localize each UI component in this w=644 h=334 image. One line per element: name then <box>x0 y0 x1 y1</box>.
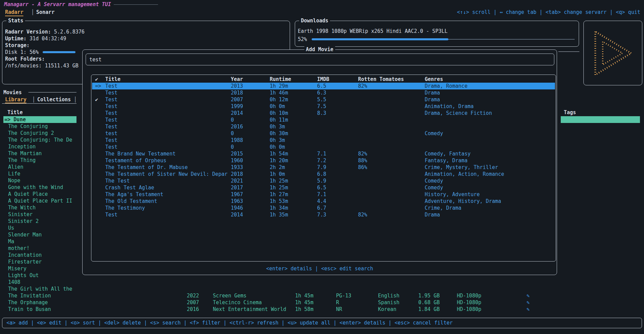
movie-title: Us <box>8 225 14 231</box>
result-runtime: 0h 30m <box>270 130 288 137</box>
result-row[interactable]: Test00h 11m <box>92 117 555 123</box>
result-runtime: 1h 54m <box>270 150 288 157</box>
result-row[interactable]: test00h 30mComedy <box>92 130 555 137</box>
movie-title: Ma <box>8 238 14 245</box>
result-title: The Aga's Testament <box>105 191 163 198</box>
result-genres: Crime, Mystery, Thriller <box>425 164 498 171</box>
result-row[interactable]: Test19990h 0m7.5Animation, Drama <box>92 103 555 110</box>
result-year: 2021 <box>231 178 243 184</box>
result-genres: Drama, Romance <box>425 83 467 89</box>
movie-title: Firestarter <box>8 258 42 265</box>
add-movie-results-table: ✔ Title Year Runtime IMDB Rotten Tomatoe… <box>91 75 556 262</box>
movie-title: Inception <box>8 143 36 150</box>
result-title: Test <box>105 89 117 96</box>
result-rt: 82% <box>358 83 367 89</box>
result-row[interactable]: The Test20211h 25m5.9Comedy <box>92 178 555 184</box>
movie-title: 1408 <box>8 279 20 286</box>
result-rt: 86% <box>358 164 367 171</box>
result-title: Test <box>105 83 117 89</box>
movie-title: Nope <box>8 177 20 184</box>
movie-title: Sinister <box>8 211 32 218</box>
result-row[interactable]: ✔Test20070h 12m5.5Drama <box>92 96 555 103</box>
result-runtime: 1h 29m <box>270 83 288 89</box>
movie-title: Slender Man <box>8 231 42 238</box>
result-imdb: 7.2 <box>317 157 326 164</box>
result-year: 1999 <box>231 103 243 110</box>
result-row[interactable]: Test19880h 3m <box>92 137 555 144</box>
result-genres: Comedy <box>425 130 443 137</box>
result-imdb: 5.5 <box>317 96 326 103</box>
result-imdb: 6.3 <box>317 89 326 96</box>
result-row[interactable]: Test20160h 3m <box>92 123 555 130</box>
result-imdb: 7.1 <box>317 191 326 198</box>
result-row[interactable]: Test20181h 46m6.3Drama <box>92 89 555 96</box>
selected-row-marker: => <box>95 83 101 89</box>
add-movie-search-input[interactable] <box>86 57 554 63</box>
result-row[interactable]: The Old Testament19631h 53m4.4Adventure,… <box>92 198 555 205</box>
result-row[interactable]: The Testament of Dr. Mabuse19332h 2m7.98… <box>92 164 555 171</box>
result-rt: 82% <box>358 150 367 157</box>
result-runtime: 0h 11m <box>270 117 288 123</box>
movie-year: 2007 <box>187 299 199 306</box>
add-movie-search-box <box>86 54 554 65</box>
result-row[interactable]: Test20141h 35m7.382%Drama <box>92 211 555 218</box>
result-row[interactable]: The Testament of Sister New Devil: Depar… <box>92 171 555 178</box>
result-runtime: 0h 10m <box>270 110 288 117</box>
movie-row[interactable]: 1408 <box>0 279 644 286</box>
result-genres: Drama <box>425 211 440 218</box>
movie-size: 0.68 GB <box>418 299 440 306</box>
result-row[interactable]: The Aga's Testament19671h 27m7.1History,… <box>92 191 555 198</box>
result-year: 0 <box>231 144 234 150</box>
result-row[interactable]: Test20140h 10m8.3Drama, Science Fiction <box>92 110 555 117</box>
movie-certification: PG-13 <box>336 292 351 299</box>
movie-title: The Thing <box>8 157 36 164</box>
result-row[interactable]: The Brand New Testament20151h 54m7.182%C… <box>92 150 555 157</box>
result-runtime: 0h 12m <box>270 96 288 103</box>
result-title: Test <box>105 110 117 117</box>
result-imdb: 7.3 <box>317 211 326 218</box>
result-year: 2018 <box>231 171 243 178</box>
result-year: 2014 <box>231 110 243 117</box>
result-runtime: 1h 53m <box>270 198 288 205</box>
result-title: Test <box>105 123 117 130</box>
movie-title: Misery <box>8 265 26 272</box>
movie-studio: Screen Gems <box>213 292 246 299</box>
result-row[interactable]: Test00h 0m <box>92 144 555 150</box>
movie-row[interactable]: The Invitation2022Screen Gems1h 45mPG-13… <box>0 292 644 299</box>
monitored-icon: ✎ <box>527 299 530 306</box>
result-row-selected[interactable]: =>Test20131h 29m6.582%Drama, Romance <box>92 83 555 89</box>
result-title: Test <box>105 137 117 144</box>
result-title: The Test <box>105 178 130 184</box>
movie-studio: Telecinco Cinema <box>213 299 262 306</box>
add-movie-modal-title: Add Movie <box>304 46 335 53</box>
result-imdb: 5.9 <box>317 178 326 184</box>
movie-quality: HD-1080p <box>457 299 481 306</box>
result-runtime: 1h 35m <box>270 211 288 218</box>
result-runtime: 1h 34m <box>270 205 288 211</box>
movie-row[interactable]: The Girl with All the <box>0 286 644 292</box>
movie-row[interactable]: Train to Busan2016Next Entertainment Wor… <box>0 306 644 313</box>
result-year: 1946 <box>231 205 243 211</box>
result-row[interactable]: The Testimony19461h 34m6.7Crime, Drama <box>92 205 555 211</box>
managarr-app: Managarr - A Servarr management TUI Rada… <box>0 0 644 334</box>
result-genres: Fantasy, Drama <box>425 157 467 164</box>
add-movie-modal: Add Movie ✔ Title Year Runtime IMDB Rott… <box>82 49 557 275</box>
movie-runtime: 1h 45m <box>295 299 313 306</box>
result-row[interactable]: Testament of Orpheus19601h 20m7.288%Fant… <box>92 157 555 164</box>
result-genres: Drama <box>425 89 440 96</box>
result-year: 2015 <box>231 150 243 157</box>
movie-year: 2022 <box>187 292 199 299</box>
result-year: 1967 <box>231 191 243 198</box>
movie-runtime: 1h 45m <box>295 292 313 299</box>
result-genres: Crime, Drama <box>425 205 461 211</box>
result-row[interactable]: Crash Test Aglae20171h 25m6.5Comedy <box>92 184 555 191</box>
result-imdb: 7.1 <box>317 150 326 157</box>
result-title: The Old Testament <box>105 198 157 205</box>
result-genres: Drama, Science Fiction <box>425 110 492 117</box>
movie-title: A Quiet Place <box>8 191 48 197</box>
result-genres: Drama <box>425 96 440 103</box>
movie-row[interactable]: The Orphanage2007Telecinco Cinema1h 45mR… <box>0 299 644 306</box>
result-genres: Animation, Action, Romance <box>425 171 504 178</box>
result-year: 2017 <box>231 184 243 191</box>
movie-title: The Conjuring <box>8 123 48 130</box>
